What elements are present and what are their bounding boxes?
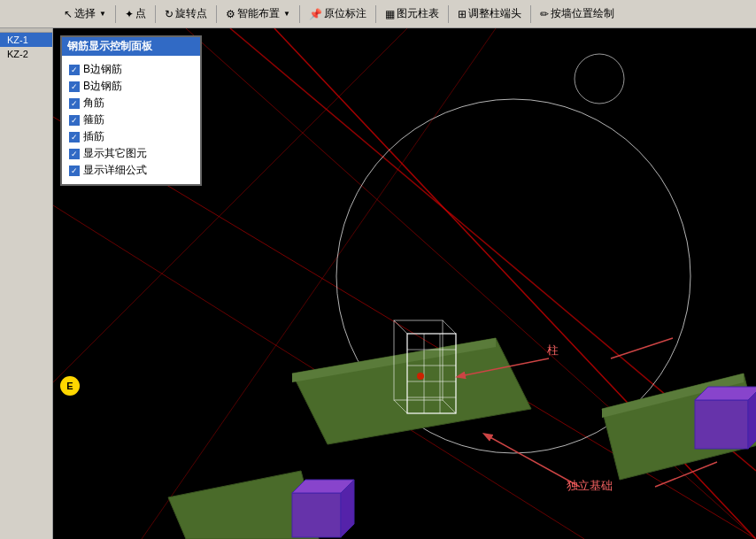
sidebar-item-kz2[interactable]: KZ-2: [0, 47, 52, 61]
cursor-icon: ↖: [64, 8, 73, 20]
checkbox-item-hoop[interactable]: ✓ 箍筋: [69, 112, 193, 128]
toolbar-separator-4: [299, 5, 300, 23]
sidebar-item-kz1[interactable]: KZ-1: [0, 33, 52, 47]
adjust-icon: ⊞: [458, 8, 467, 20]
table-icon: ▦: [385, 8, 395, 20]
toolbar-point-button[interactable]: ✦ 点: [120, 4, 151, 23]
checkbox-item-b1[interactable]: ✓ B边钢筋: [69, 61, 193, 78]
svg-line-36: [611, 338, 673, 358]
draw-icon: ✏: [540, 8, 549, 20]
e-marker: E: [60, 376, 80, 396]
svg-rect-16: [292, 493, 341, 537]
checkbox-label-hoop: 箍筋: [83, 112, 104, 127]
rotate-icon: ↻: [165, 8, 174, 20]
toolbar-separator-3: [216, 5, 217, 23]
toolbar-annotation-button[interactable]: 📌 原位标注: [304, 4, 372, 23]
toolbar-separator-2: [155, 5, 156, 23]
checkbox-item-insert[interactable]: ✓ 插筋: [69, 128, 193, 145]
dropdown-arrow-icon: ▼: [99, 10, 106, 18]
checkbox-label-insert: 插筋: [83, 129, 104, 144]
checkbox-angle[interactable]: ✓: [69, 98, 80, 109]
annotation-icon: 📌: [309, 8, 322, 20]
checkbox-show-other[interactable]: ✓: [69, 149, 80, 159]
toolbar-smart-button[interactable]: ⚙ 智能布置 ▼: [220, 4, 296, 23]
svg-point-34: [417, 373, 424, 380]
toolbar-separator-7: [530, 5, 531, 23]
toolbar-select-button[interactable]: ↖ 选择 ▼: [58, 4, 112, 23]
svg-rect-19: [695, 400, 748, 449]
toolbar-separator-6: [448, 5, 449, 23]
steel-panel: 钢筋显示控制面板 ✓ B边钢筋 ✓ B边钢筋 ✓ 角筋 ✓ 箍筋 ✓ 插筋: [60, 35, 202, 186]
smart-icon: ⚙: [226, 8, 235, 20]
checkbox-b2[interactable]: ✓: [69, 81, 80, 92]
steel-panel-content: ✓ B边钢筋 ✓ B边钢筋 ✓ 角筋 ✓ 箍筋 ✓ 插筋 ✓ 显示其它图元: [62, 56, 200, 184]
steel-panel-title[interactable]: 钢筋显示控制面板: [62, 37, 200, 56]
dropdown-arrow-icon-2: ▼: [283, 10, 290, 18]
checkbox-insert[interactable]: ✓: [69, 132, 80, 142]
checkbox-item-b2[interactable]: ✓ B边钢筋: [69, 78, 193, 95]
toolbar: ↖ 选择 ▼ ✦ 点 ↻ 旋转点 ⚙ 智能布置 ▼ 📌 原位标注 ▦ 图元柱表 …: [0, 0, 756, 28]
svg-line-37: [487, 435, 580, 487]
checkbox-show-detail[interactable]: ✓: [69, 166, 80, 176]
checkbox-label-b1: B边钢筋: [83, 62, 122, 77]
toolbar-draw-button[interactable]: ✏ 按墙位置绘制: [535, 4, 620, 23]
checkbox-b1[interactable]: ✓: [69, 65, 80, 75]
checkbox-item-show-detail[interactable]: ✓ 显示详细公式: [69, 162, 193, 179]
toolbar-table-button[interactable]: ▦ 图元柱表: [380, 4, 444, 23]
checkbox-hoop[interactable]: ✓: [69, 115, 80, 126]
point-icon: ✦: [125, 8, 134, 20]
left-panel: KZ-1 KZ-2: [0, 28, 53, 539]
toolbar-separator-5: [375, 5, 376, 23]
checkbox-label-angle: 角筋: [83, 96, 104, 111]
checkbox-item-angle[interactable]: ✓ 角筋: [69, 95, 193, 112]
toolbar-separator: [115, 5, 116, 23]
svg-line-29: [394, 320, 407, 334]
canvas-area: 柱 独立基础 E 钢筋显示控制面板 ✓ B边钢筋 ✓ B边钢筋 ✓ 角筋 ✓ 箍…: [53, 28, 756, 539]
svg-point-8: [575, 54, 624, 104]
toolbar-rotate-button[interactable]: ↻ 旋转点: [159, 4, 212, 23]
checkbox-label-show-other: 显示其它图元: [83, 146, 147, 161]
toolbar-adjust-button[interactable]: ⊞ 调整柱端头: [452, 4, 527, 23]
checkbox-item-show-other[interactable]: ✓ 显示其它图元: [69, 145, 193, 162]
svg-line-30: [443, 320, 456, 334]
checkbox-label-show-detail: 显示详细公式: [83, 163, 147, 178]
checkbox-label-b2: B边钢筋: [83, 79, 122, 94]
